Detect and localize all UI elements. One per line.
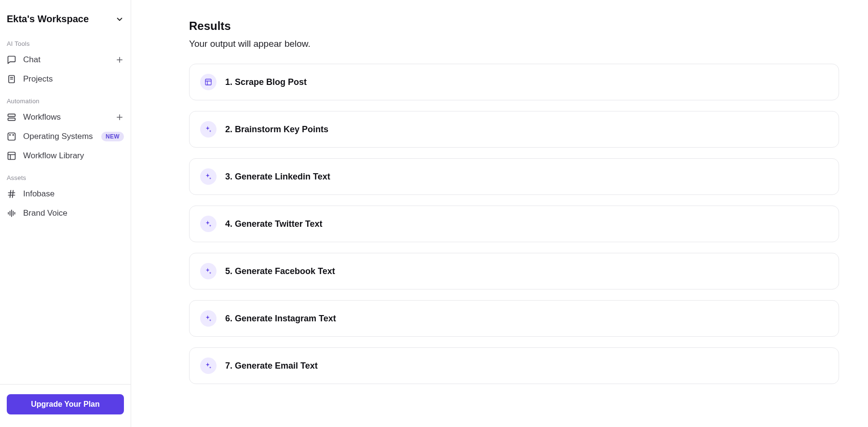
svg-point-10 [10, 135, 11, 136]
grid-icon [7, 132, 16, 141]
sparkle-icon [200, 168, 217, 185]
step-label: 4. Generate Twitter Text [225, 219, 322, 229]
results-subtitle: Your output will appear below. [189, 39, 839, 49]
sparkle-icon [200, 263, 217, 279]
step-card[interactable]: 1. Scrape Blog Post [189, 64, 839, 100]
sparkle-icon [200, 121, 217, 138]
step-card[interactable]: 2. Brainstorm Key Points [189, 111, 839, 148]
sidebar-item-brand-voice[interactable]: Brand Voice [0, 204, 131, 223]
svg-rect-24 [205, 79, 211, 85]
svg-line-17 [10, 191, 11, 198]
sparkle-icon [200, 310, 217, 327]
svg-rect-12 [8, 152, 15, 160]
sidebar-item-label: Workflow Library [23, 151, 124, 161]
step-label: 5. Generate Facebook Text [225, 266, 335, 276]
sparkle-icon [200, 358, 217, 374]
sidebar-item-projects[interactable]: Projects [0, 69, 131, 89]
step-label: 3. Generate Linkedin Text [225, 172, 330, 182]
workspace-switcher[interactable]: Ekta's Workspace [0, 6, 131, 31]
workspace-name: Ekta's Workspace [7, 14, 89, 25]
sidebar-item-workflow-library[interactable]: Workflow Library [0, 146, 131, 165]
svg-rect-9 [8, 133, 15, 140]
section-label-assets: Assets [0, 165, 131, 184]
step-card[interactable]: 5. Generate Facebook Text [189, 253, 839, 289]
step-label: 2. Brainstorm Key Points [225, 124, 328, 135]
step-label: 1. Scrape Blog Post [225, 77, 307, 87]
steps-list: 1. Scrape Blog Post2. Brainstorm Key Poi… [189, 64, 839, 384]
sidebar-item-label: Projects [23, 74, 124, 84]
sparkle-icon [200, 216, 217, 232]
chat-icon [7, 55, 16, 65]
results-title: Results [189, 19, 839, 33]
svg-rect-6 [8, 118, 15, 121]
sidebar: Ekta's Workspace AI Tools Chat Projects … [0, 0, 131, 427]
sidebar-item-label: Infobase [23, 189, 124, 199]
svg-rect-5 [8, 114, 15, 116]
layout-icon [7, 151, 16, 161]
plus-icon[interactable] [115, 55, 124, 64]
new-badge: NEW [101, 132, 124, 141]
sidebar-item-chat[interactable]: Chat [0, 50, 131, 69]
upgrade-button[interactable]: Upgrade Your Plan [7, 394, 124, 414]
sidebar-footer: Upgrade Your Plan [0, 384, 131, 427]
step-card[interactable]: 4. Generate Twitter Text [189, 206, 839, 242]
layout-icon [200, 74, 217, 90]
workflows-icon [7, 112, 16, 122]
sidebar-item-label: Operating Systems [23, 132, 95, 141]
plus-icon[interactable] [115, 113, 124, 122]
section-label-ai-tools: AI Tools [0, 31, 131, 50]
main-content: Results Your output will appear below. 1… [131, 0, 868, 427]
step-card[interactable]: 6. Generate Instagram Text [189, 300, 839, 337]
sidebar-item-label: Brand Voice [23, 208, 124, 218]
hash-icon [7, 189, 16, 199]
sidebar-item-infobase[interactable]: Infobase [0, 184, 131, 204]
step-label: 7. Generate Email Text [225, 361, 318, 371]
sidebar-item-workflows[interactable]: Workflows [0, 108, 131, 127]
sidebar-item-label: Chat [23, 55, 108, 65]
section-label-automation: Automation [0, 89, 131, 108]
voice-icon [7, 208, 16, 218]
chevron-down-icon [115, 15, 124, 24]
svg-point-11 [13, 135, 14, 136]
step-label: 6. Generate Instagram Text [225, 314, 336, 324]
step-card[interactable]: 3. Generate Linkedin Text [189, 158, 839, 195]
svg-line-18 [13, 191, 14, 198]
step-card[interactable]: 7. Generate Email Text [189, 347, 839, 384]
document-icon [7, 74, 16, 84]
sidebar-item-label: Workflows [23, 112, 108, 122]
sidebar-item-operating-systems[interactable]: Operating Systems NEW [0, 127, 131, 146]
